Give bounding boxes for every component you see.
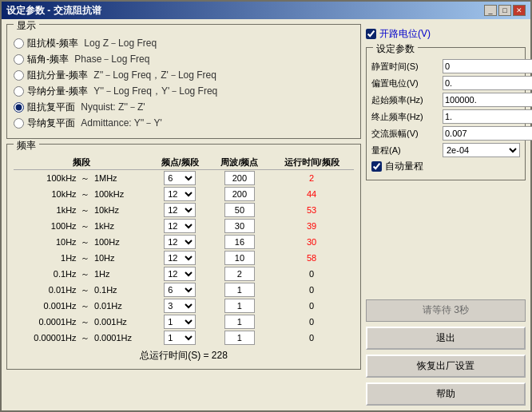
freq-pts-select-6[interactable]: 1234681012 — [164, 267, 196, 281]
freq-row-4: 10Hz～100Hz123468101230 — [14, 234, 354, 250]
end-freq-input[interactable] — [443, 109, 532, 124]
freq-row-9: 0.0001Hz～0.001Hz12346810120 — [14, 314, 354, 330]
freq-time-value-10: 0 — [309, 333, 314, 343]
freq-cycles-cell-6 — [210, 266, 270, 282]
freq-tilde-7: ～ — [78, 282, 93, 298]
restore-button[interactable]: 恢复出厂设置 — [366, 355, 526, 378]
close-button[interactable]: ✕ — [513, 5, 526, 16]
freq-cycles-input-1[interactable] — [224, 187, 255, 201]
freq-to-6: 1Hz — [93, 266, 150, 282]
freq-pts-cell-6: 1234681012 — [150, 266, 210, 282]
bias-voltage-input[interactable] — [443, 76, 532, 90]
freq-tilde-4: ～ — [78, 234, 93, 250]
display-radio-2[interactable] — [14, 54, 24, 65]
wait-button: 请等待 3秒 — [366, 299, 526, 322]
freq-cycles-input-7[interactable] — [224, 283, 255, 297]
display-group: 显示 阻抗模-频率 Log Z－Log Freq 辐角-频率 Phase－Log… — [6, 24, 361, 139]
freq-cycles-cell-10 — [210, 330, 270, 346]
freq-time-value-7: 0 — [309, 285, 314, 295]
rest-time-input[interactable] — [443, 59, 532, 73]
freq-time-cell-9: 0 — [269, 314, 354, 330]
freq-from-3: 100Hz — [14, 218, 78, 234]
settings-group: 设定参数 静置时间(S) 偏置电位(V) 起始频率(Hz) 终止频率(Hz) — [366, 47, 526, 180]
display-radio-4[interactable] — [14, 86, 24, 97]
display-label-6: 导纳复平面 Admittance: Y''－Y' — [27, 116, 162, 130]
freq-pts-select-7[interactable]: 1234681012 — [164, 283, 196, 297]
display-option-1: 阻抗模-频率 Log Z－Log Freq — [14, 36, 354, 50]
freq-cycles-input-10[interactable] — [224, 331, 255, 345]
auto-range-checkbox[interactable] — [371, 161, 382, 172]
col-header-range: 频段 — [14, 156, 150, 170]
freq-cycles-input-0[interactable] — [224, 171, 255, 185]
freq-pts-select-5[interactable]: 1234681012 — [164, 251, 196, 265]
freq-time-cell-3: 39 — [269, 218, 354, 234]
freq-time-cell-5: 58 — [269, 250, 354, 266]
freq-cycles-input-9[interactable] — [224, 315, 255, 329]
maximize-button[interactable]: □ — [498, 5, 511, 16]
display-radio-3[interactable] — [14, 70, 24, 81]
freq-cycles-input-8[interactable] — [224, 299, 255, 313]
display-option-4: 导纳分量-频率 Y''－Log Freq，Y'－Log Freq — [14, 84, 354, 98]
freq-time-value-9: 0 — [309, 317, 314, 327]
freq-to-9: 0.001Hz — [93, 314, 150, 330]
range-label: 量程(A) — [371, 145, 439, 156]
freq-to-10: 0.0001Hz — [93, 330, 150, 346]
freq-to-8: 0.01Hz — [93, 298, 150, 314]
freq-cycles-input-6[interactable] — [224, 267, 255, 281]
freq-from-7: 0.01Hz — [14, 282, 78, 298]
freq-cycles-cell-3 — [210, 218, 270, 234]
left-panel: 显示 阻抗模-频率 Log Z－Log Freq 辐角-频率 Phase－Log… — [6, 24, 361, 406]
freq-time-cell-8: 0 — [269, 298, 354, 314]
freq-time-cell-2: 53 — [269, 202, 354, 218]
open-circuit-checkbox[interactable] — [366, 29, 376, 39]
display-radio-5[interactable] — [14, 102, 24, 113]
bias-voltage-label: 偏置电位(V) — [371, 77, 439, 89]
settings-start-freq: 起始频率(Hz) — [371, 93, 520, 107]
freq-pts-select-1[interactable]: 1234681012 — [164, 187, 196, 201]
freq-row-1: 10kHz～100kHz123468101244 — [14, 186, 354, 202]
freq-tilde-9: ～ — [78, 314, 93, 330]
freq-tilde-8: ～ — [78, 298, 93, 314]
freq-pts-cell-9: 1234681012 — [150, 314, 210, 330]
freq-time-value-4: 30 — [307, 237, 316, 247]
freq-cycles-cell-9 — [210, 314, 270, 330]
exit-button[interactable]: 退出 — [366, 327, 526, 350]
freq-to-3: 1kHz — [93, 218, 150, 234]
freq-pts-cell-2: 1234681012 — [150, 202, 210, 218]
freq-cycles-input-5[interactable] — [224, 251, 255, 265]
freq-cycles-input-2[interactable] — [224, 203, 255, 217]
minimize-button[interactable]: _ — [484, 5, 497, 16]
action-buttons: 请等待 3秒 退出 恢复出厂设置 帮助 — [366, 293, 526, 406]
range-select[interactable]: 2e-04 2e-03 2e-02 2e-01 — [443, 143, 520, 157]
open-circuit-row: 开路电位(V) — [366, 24, 526, 44]
frequency-group: 频率 频段 频点/频段 周波/频点 运行时间/频段 100kHz～1MHz123… — [6, 144, 361, 370]
display-radio-1[interactable] — [14, 38, 24, 49]
freq-to-1: 100kHz — [93, 186, 150, 202]
freq-time-value-5: 58 — [307, 253, 316, 263]
display-label-1: 阻抗模-频率 Log Z－Log Freq — [27, 36, 157, 50]
freq-cycles-input-4[interactable] — [224, 235, 255, 249]
help-button[interactable]: 帮助 — [366, 382, 526, 406]
freq-time-value-6: 0 — [309, 269, 314, 279]
display-label-2: 辐角-频率 Phase－Log Freq — [27, 52, 149, 66]
freq-pts-select-8[interactable]: 1234681012 — [164, 299, 196, 313]
ac-amp-input[interactable] — [443, 126, 532, 141]
display-radio-6[interactable] — [14, 118, 24, 129]
window-title: 设定参数 - 交流阻抗谱 — [6, 4, 101, 18]
freq-cycles-input-3[interactable] — [224, 219, 255, 233]
start-freq-input[interactable] — [443, 93, 532, 107]
freq-pts-select-9[interactable]: 1234681012 — [164, 315, 196, 329]
freq-cycles-cell-0 — [210, 170, 270, 187]
freq-pts-select-0[interactable]: 1234681012 — [164, 171, 196, 185]
freq-time-value-1: 44 — [307, 189, 316, 199]
freq-tilde-5: ～ — [78, 250, 93, 266]
freq-from-2: 1kHz — [14, 202, 78, 218]
freq-pts-select-4[interactable]: 1234681012 — [164, 235, 196, 249]
display-group-title: 显示 — [14, 19, 39, 33]
freq-pts-select-2[interactable]: 1234681012 — [164, 203, 196, 217]
freq-pts-select-10[interactable]: 1234681012 — [164, 331, 196, 345]
ac-amp-label: 交流振幅(V) — [371, 128, 439, 140]
freq-tilde-10: ～ — [78, 330, 93, 346]
freq-time-cell-6: 0 — [269, 266, 354, 282]
freq-pts-select-3[interactable]: 1234681012 — [164, 219, 196, 233]
